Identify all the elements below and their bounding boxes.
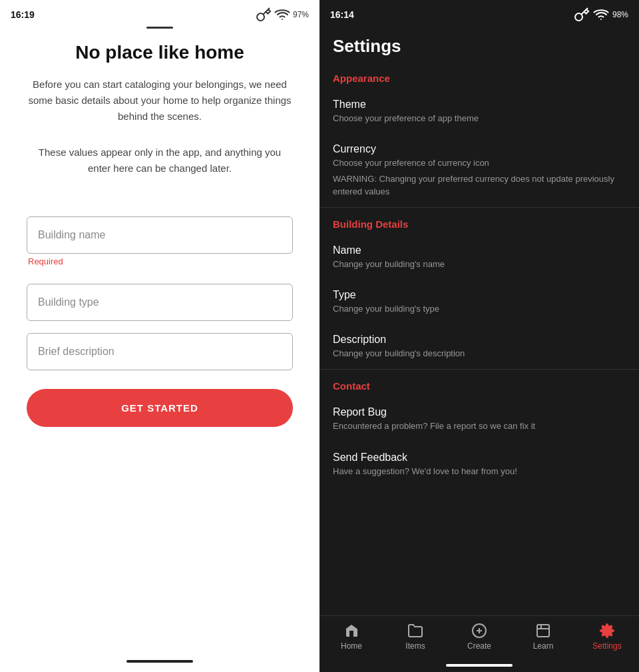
- home-indicator-left: [126, 660, 193, 663]
- settings-item-currency-desc: Choose your preference of currency icon: [333, 157, 626, 169]
- status-bar-right: 16:14 98%: [320, 0, 639, 27]
- settings-item-currency-warning: WARNING: Changing your preferred currenc…: [333, 173, 626, 197]
- battery-text: 97%: [293, 10, 309, 19]
- subtext1: Before you can start cataloging your bel…: [27, 77, 293, 125]
- building-name-input[interactable]: [27, 216, 293, 254]
- nav-label-items: Items: [405, 641, 425, 651]
- settings-item-currency-title: Currency: [333, 143, 626, 155]
- settings-item-type-title: Type: [333, 289, 626, 301]
- settings-item-report-bug[interactable]: Report Bug Encountered a problem? File a…: [320, 397, 639, 442]
- wifi-icon: [274, 7, 290, 23]
- settings-item-desc-desc: Change your building's description: [333, 348, 626, 360]
- key-icon: [256, 7, 272, 23]
- left-status-icons: 97%: [256, 7, 309, 23]
- building-type-wrapper: [27, 284, 293, 324]
- settings-item-type-desc: Change your building's type: [333, 303, 626, 315]
- settings-item-theme-desc: Choose your preference of app theme: [333, 113, 626, 125]
- left-panel: 16:19 97% No place like home Before you …: [0, 0, 320, 672]
- svg-rect-3: [537, 625, 549, 637]
- section-label-appearance: Appearance: [320, 62, 639, 89]
- settings-item-bug-title: Report Bug: [333, 406, 626, 418]
- settings-icon: [599, 623, 615, 639]
- nav-item-items[interactable]: Items: [395, 623, 435, 651]
- home-icon: [343, 623, 359, 639]
- nav-label-learn: Learn: [533, 641, 554, 651]
- right-status-icons: 98%: [574, 7, 628, 23]
- section-label-contact: Contact: [320, 370, 639, 397]
- settings-item-feedback-desc: Have a suggestion? We'd love to hear fro…: [333, 466, 626, 478]
- right-status-time: 16:14: [330, 9, 354, 20]
- settings-item-currency[interactable]: Currency Choose your preference of curre…: [320, 134, 639, 207]
- nav-item-settings[interactable]: Settings: [587, 623, 627, 651]
- section-label-building: Building Details: [320, 208, 639, 235]
- settings-scroll: Appearance Theme Choose your preference …: [320, 62, 639, 615]
- brief-desc-input[interactable]: [27, 333, 293, 370]
- headline: No place like home: [75, 42, 244, 63]
- battery-text-right: 98%: [612, 10, 628, 19]
- nav-item-create[interactable]: Create: [459, 623, 499, 651]
- create-icon: [471, 623, 487, 639]
- settings-item-name-desc: Change your building's name: [333, 258, 626, 270]
- subtext2: These values appear only in the app, and…: [27, 145, 293, 176]
- bottom-nav: Home Items Create Learn Settings: [320, 615, 639, 661]
- settings-item-desc-title: Description: [333, 334, 626, 346]
- settings-item-theme[interactable]: Theme Choose your preference of app them…: [320, 89, 639, 134]
- get-started-button[interactable]: GET STARTED: [27, 389, 293, 427]
- left-status-time: 16:19: [11, 9, 35, 20]
- wifi-icon-right: [593, 7, 609, 23]
- settings-item-description[interactable]: Description Change your building's descr…: [320, 324, 639, 369]
- key-icon-right: [574, 7, 590, 23]
- right-panel: 16:14 98% Settings Appearance Theme Choo…: [320, 0, 639, 672]
- brief-desc-wrapper: [27, 333, 293, 373]
- building-type-input[interactable]: [27, 284, 293, 321]
- nav-item-home[interactable]: Home: [331, 623, 371, 651]
- settings-item-feedback-title: Send Feedback: [333, 452, 626, 464]
- nav-label-home: Home: [341, 641, 362, 651]
- status-bar-left: 16:19 97%: [0, 0, 320, 27]
- nav-label-create: Create: [467, 641, 491, 651]
- nav-item-learn[interactable]: Learn: [523, 623, 563, 651]
- bottom-bar-right: [320, 661, 639, 672]
- left-content: No place like home Before you can start …: [0, 29, 320, 660]
- required-label: Required: [28, 256, 293, 266]
- settings-item-name-title: Name: [333, 244, 626, 256]
- settings-item-name[interactable]: Name Change your building's name: [320, 235, 639, 280]
- items-icon: [407, 623, 423, 639]
- bottom-bar-left: [0, 660, 320, 672]
- settings-title: Settings: [320, 27, 639, 62]
- settings-item-theme-title: Theme: [333, 99, 626, 111]
- home-indicator-right: [446, 664, 513, 667]
- settings-item-bug-desc: Encountered a problem? File a report so …: [333, 420, 626, 432]
- nav-label-settings: Settings: [592, 641, 621, 651]
- settings-item-type[interactable]: Type Change your building's type: [320, 280, 639, 324]
- settings-item-send-feedback[interactable]: Send Feedback Have a suggestion? We'd lo…: [320, 442, 639, 487]
- learn-icon: [535, 623, 551, 639]
- building-name-wrapper: Required: [27, 216, 293, 274]
